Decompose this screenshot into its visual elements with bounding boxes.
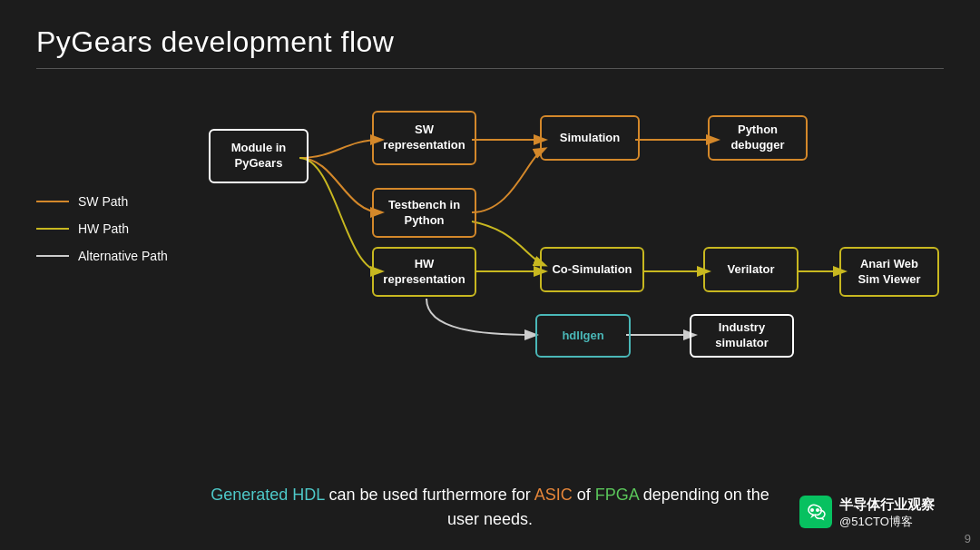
sw-path-line — [36, 201, 69, 202]
text-asic: ASIC — [534, 486, 573, 504]
text-static-2: of — [573, 486, 595, 504]
svg-point-6 — [810, 508, 814, 512]
slide: PyGears development flow SW Path HW Path… — [0, 0, 980, 550]
sw-path-label: SW Path — [78, 194, 128, 209]
watermark-platform: 半导体行业观察 — [839, 495, 935, 514]
watermark: 半导体行业观察 @51CTO博客 — [799, 495, 935, 530]
page-number: 9 — [965, 532, 971, 545]
watermark-text: 半导体行业观察 @51CTO博客 — [839, 495, 935, 530]
svg-point-7 — [816, 508, 819, 512]
legend-hw-path: HW Path — [36, 221, 191, 236]
text-fpga: FPGA — [595, 486, 639, 504]
box-simulation: Simulation — [540, 115, 640, 161]
text-static-1: can be used furthermore for — [325, 486, 534, 504]
content-area: SW Path HW Path Alternative Path — [36, 85, 944, 376]
hw-path-line — [36, 228, 69, 230]
watermark-handle: @51CTO博客 — [839, 514, 935, 530]
box-industry-sim: Industry simulator — [690, 314, 794, 358]
title-divider — [36, 68, 944, 69]
box-sw-rep: SW representation — [372, 111, 476, 165]
box-co-simulation: Co-Simulation — [540, 247, 644, 292]
wechat-icon — [799, 496, 832, 528]
hw-path-label: HW Path — [78, 221, 129, 236]
legend-sw-path: SW Path — [36, 194, 191, 209]
text-generated: Generated HDL — [211, 486, 324, 504]
box-hdlgen: hdlIgen — [535, 314, 631, 358]
alt-path-label: Alternative Path — [78, 249, 168, 263]
box-module: Module in PyGears — [209, 129, 309, 183]
page-title: PyGears development flow — [36, 25, 944, 59]
box-python-debugger: Python debugger — [708, 115, 808, 161]
box-verilator: Verilator — [703, 247, 799, 292]
alt-path-line — [36, 255, 69, 257]
box-hw-rep: HW representation — [372, 247, 476, 297]
diagram: Module in PyGears SW representation Test… — [191, 85, 944, 376]
box-testbench: Testbench in Python — [372, 188, 476, 238]
legend-alt-path: Alternative Path — [36, 249, 191, 263]
legend: SW Path HW Path Alternative Path — [36, 85, 191, 376]
box-anari: Anari Web Sim Viewer — [839, 247, 939, 297]
